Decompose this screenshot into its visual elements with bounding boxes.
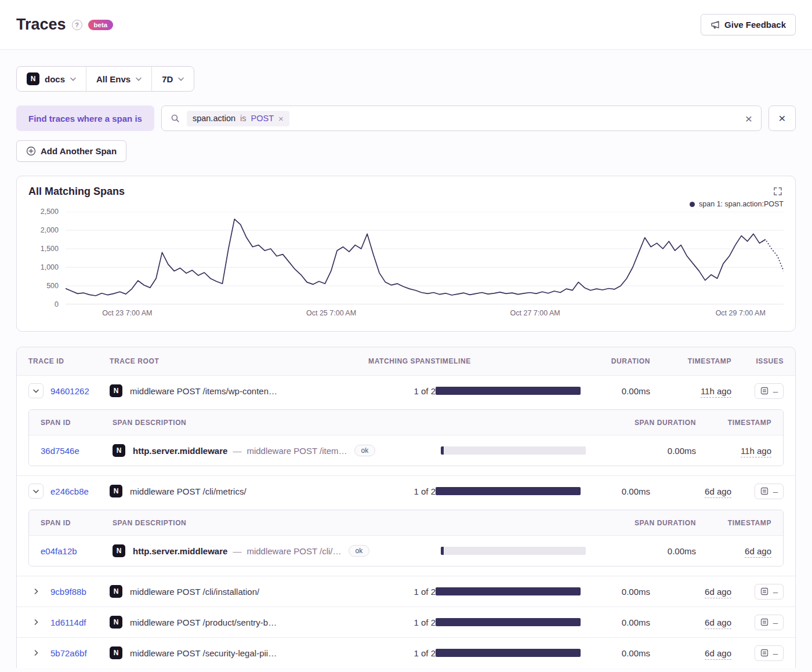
fullscreen-button[interactable] [772,186,784,199]
trace-id-link[interactable]: e246cb8e [50,486,89,496]
date-range-dropdown[interactable]: 7D [151,67,194,91]
give-feedback-button[interactable]: Give Feedback [701,14,796,35]
matching-spans-count: 1 of 2 [414,617,436,627]
issues-count: – [773,648,778,658]
trace-duration: 0.00ms [622,587,650,597]
table-row: e246cb8e N middleware POST /cli/metrics/… [17,475,795,506]
timeline-bar [436,387,581,395]
issues-button[interactable]: – [755,645,784,661]
clear-search-icon[interactable]: × [745,112,752,125]
trace-id-link[interactable]: 94601262 [50,386,89,396]
span-timestamp: 6d ago [745,546,771,558]
matching-spans-count: 1 of 2 [414,648,436,658]
chart-area: 2,500 2,000 1,500 1,000 500 0 Oct 23 7:0… [28,212,784,324]
legend-dot-icon [690,202,695,207]
collapse-row-button[interactable] [28,383,44,398]
issues-icon [760,618,768,626]
trace-duration: 0.00ms [622,386,650,396]
close-search-button[interactable]: × [768,106,796,131]
page-header: Traces ? beta Give Feedback [0,0,812,50]
expand-row-button[interactable] [28,615,44,630]
trace-id-link[interactable]: 9cb9f88b [50,587,86,597]
timeline-bar [436,487,581,495]
matching-spans-count: 1 of 2 [414,386,436,396]
trace-root-label: middleware POST /product/sentry-b… [130,617,277,627]
matching-spans-count: 1 of 2 [414,486,436,496]
status-badge: ok [354,445,376,456]
filter-token[interactable]: span.action is POST × [187,111,289,126]
span-duration: 0.00ms [668,546,696,556]
traces-table: TRACE ID TRACE ROOT MATCHING SPANS TIMEL… [16,347,796,668]
expand-row-button[interactable] [28,645,44,660]
span-subpanel: SPAN ID SPAN DESCRIPTION SPAN DURATION T… [28,510,784,566]
chart-title: All Matching Spans [28,186,125,198]
col-span-description: SPAN DESCRIPTION [113,519,441,527]
span-timeline-track [441,446,586,455]
table-row: 9cb9f88b N middleware POST /cli/installa… [17,576,795,606]
trace-root-label: middleware POST /cli/metrics/ [130,486,246,496]
token-key: span.action [193,114,235,123]
token-operator: is [240,114,246,123]
chevron-down-icon [33,489,39,493]
chevron-right-icon [34,589,38,594]
legend-label: span 1: span.action:POST [699,200,784,208]
x-tick: Oct 23 7:00 AM [102,309,152,317]
trace-timestamp: 11h ago [701,386,731,398]
matching-spans-chart-card: All Matching Spans span 1: span.action:P… [16,176,796,332]
help-icon[interactable]: ? [72,20,82,30]
trace-duration: 0.00ms [622,648,650,658]
timeline-bar [436,587,581,595]
line-chart-plot[interactable]: Oct 23 7:00 AM Oct 25 7:00 AM Oct 27 7:0… [66,212,784,324]
span-subpanel: SPAN ID SPAN DESCRIPTION SPAN DURATION T… [28,409,784,466]
issues-icon [760,649,768,657]
expand-row-button[interactable] [28,584,44,599]
col-duration: DURATION [611,357,650,365]
trace-root-label: middleware POST /cli/installation/ [130,587,259,597]
span-search-input[interactable]: span.action is POST × × [161,106,762,131]
issues-button[interactable]: – [755,615,784,630]
span-id-link[interactable]: 36d7546e [41,446,79,456]
y-tick: 1,500 [41,245,59,253]
issues-button[interactable]: – [755,584,784,600]
page-filter-bar: N docs All Envs 7D [16,66,194,92]
issues-icon [760,587,768,595]
y-tick: 2,500 [41,208,59,216]
collapse-row-button[interactable] [28,484,44,499]
chevron-down-icon [178,77,184,81]
table-header-row: TRACE ID TRACE ROOT MATCHING SPANS TIMEL… [17,347,795,375]
col-span-timestamp: TIMESTAMP [728,519,771,527]
trace-duration: 0.00ms [622,486,650,496]
table-row: 1d6114df N middleware POST /product/sent… [17,606,795,637]
nextjs-logo: N [113,444,125,457]
issues-icon [760,487,768,495]
span-filter-label: Find traces where a span is [16,106,154,131]
spans-line-chart [66,212,784,304]
add-another-span-button[interactable]: Add Another Span [16,140,126,162]
span-id-link[interactable]: e04fa12b [41,546,77,556]
table-row: 94601262 N middleware POST /items/wp-con… [17,375,795,406]
issues-button[interactable]: – [755,383,784,399]
col-span-timestamp: TIMESTAMP [728,419,771,427]
chart-legend: span 1: span.action:POST [28,200,784,208]
col-span-id: SPAN ID [41,419,113,427]
project-filter-dropdown[interactable]: N docs [17,67,86,91]
trace-id-link[interactable]: 5b72a6bf [50,648,87,658]
issues-count: – [773,486,778,496]
chevron-down-icon [136,77,142,81]
x-axis: Oct 23 7:00 AM Oct 25 7:00 AM Oct 27 7:0… [66,309,784,324]
timeline-bar [436,649,581,657]
nextjs-logo: N [110,616,122,629]
trace-id-link[interactable]: 1d6114df [50,617,86,627]
col-issues: ISSUES [756,357,784,365]
span-timeline-tick [441,446,444,455]
token-remove-icon[interactable]: × [278,114,284,123]
nextjs-logo: N [110,384,122,397]
trace-timestamp: 6d ago [705,648,731,660]
span-timeline-track [441,547,586,555]
issues-icon [760,387,768,395]
col-trace-root: TRACE ROOT [110,357,349,365]
environment-filter-dropdown[interactable]: All Envs [86,67,151,91]
chevron-down-icon [33,389,39,393]
issues-button[interactable]: – [755,484,784,499]
trace-timestamp: 6d ago [705,486,731,498]
